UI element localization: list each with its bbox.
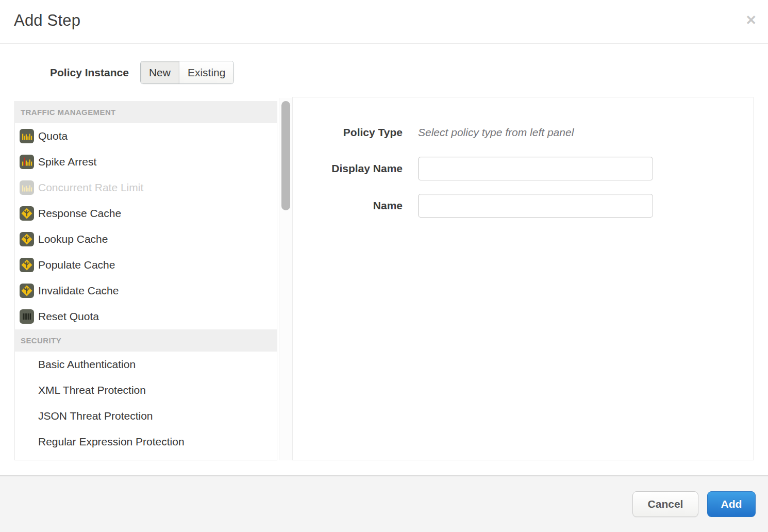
policy-instance-toggle: New Existing	[140, 61, 235, 84]
toggle-new-button[interactable]: New	[141, 61, 179, 84]
display-name-row: Display Name	[293, 157, 753, 180]
list-item-xml-threat-protection[interactable]: XML Threat Protection	[15, 377, 277, 403]
list-item-spike-arrest[interactable]: Spike Arrest	[15, 149, 277, 175]
cache-diamond-icon	[20, 284, 34, 298]
cache-diamond-icon	[20, 258, 34, 272]
list-item-concurrent-rate-limit: Concurrent Rate Limit	[15, 175, 277, 201]
item-label: Invalidate Cache	[38, 285, 119, 297]
security-shield-icon	[20, 357, 34, 372]
item-label: JSON Threat Protection	[38, 410, 153, 422]
cancel-button[interactable]: Cancel	[632, 491, 698, 517]
dialog-header: Add Step ✕	[0, 0, 768, 44]
list-item-lookup-cache[interactable]: Lookup Cache	[15, 226, 277, 252]
quota-bars-icon	[20, 180, 34, 195]
item-label: Response Cache	[38, 207, 121, 220]
item-label: Populate Cache	[38, 259, 115, 271]
section-header-traffic-management: TRAFFIC MANAGEMENT	[15, 101, 277, 123]
security-shield-icon	[20, 383, 34, 397]
list-item-quota[interactable]: Quota	[15, 123, 277, 149]
spike-arrest-icon	[20, 155, 34, 169]
add-button[interactable]: Add	[707, 491, 756, 517]
cache-diamond-icon	[20, 232, 34, 246]
display-name-label: Display Name	[293, 162, 403, 175]
policy-instance-label: Policy Instance	[50, 66, 129, 79]
display-name-field[interactable]	[418, 157, 653, 180]
item-label: Reset Quota	[38, 310, 99, 323]
policy-type-list: TRAFFIC MANAGEMENT Quota Spike Arrest	[14, 101, 277, 460]
list-item-populate-cache[interactable]: Populate Cache	[15, 252, 277, 278]
name-field[interactable]	[418, 194, 653, 218]
item-label: Quota	[38, 130, 68, 142]
list-item-reset-quota[interactable]: Reset Quota	[15, 304, 277, 329]
item-label: Regular Expression Protection	[38, 436, 185, 448]
item-label: Concurrent Rate Limit	[38, 181, 143, 194]
item-label: Lookup Cache	[38, 233, 108, 245]
security-shield-icon	[20, 435, 34, 449]
scrollbar[interactable]	[279, 98, 293, 460]
security-shield-icon	[20, 409, 34, 423]
section-header-security: SECURITY	[15, 329, 277, 352]
list-item-regular-expression-protection[interactable]: Regular Expression Protection	[15, 429, 277, 455]
policy-form-panel: Policy Type Select policy type from left…	[292, 97, 754, 460]
item-label: Spike Arrest	[38, 156, 96, 168]
item-label: Basic Authentication	[38, 358, 136, 371]
list-item-basic-authentication[interactable]: Basic Authentication	[15, 352, 277, 377]
list-item-json-threat-protection[interactable]: JSON Threat Protection	[15, 403, 277, 429]
close-icon[interactable]: ✕	[745, 12, 757, 28]
list-item-invalidate-cache[interactable]: Invalidate Cache	[15, 278, 277, 304]
policy-instance-row: Policy Instance New Existing	[50, 61, 234, 84]
list-item-response-cache[interactable]: Response Cache	[15, 201, 277, 226]
name-row: Name	[293, 194, 753, 218]
policy-type-row: Policy Type Select policy type from left…	[293, 122, 753, 143]
page-title: Add Step	[14, 11, 80, 30]
scrollbar-thumb[interactable]	[281, 101, 290, 210]
reset-quota-icon	[20, 309, 34, 324]
cache-diamond-icon	[20, 206, 34, 221]
toggle-existing-button[interactable]: Existing	[179, 61, 234, 84]
item-label: XML Threat Protection	[38, 384, 146, 396]
name-label: Name	[293, 200, 403, 212]
quota-bars-icon	[20, 129, 34, 143]
policy-type-label: Policy Type	[293, 126, 403, 139]
policy-type-hint: Select policy type from left panel	[418, 126, 574, 139]
dialog-footer: Cancel Add	[0, 475, 768, 532]
